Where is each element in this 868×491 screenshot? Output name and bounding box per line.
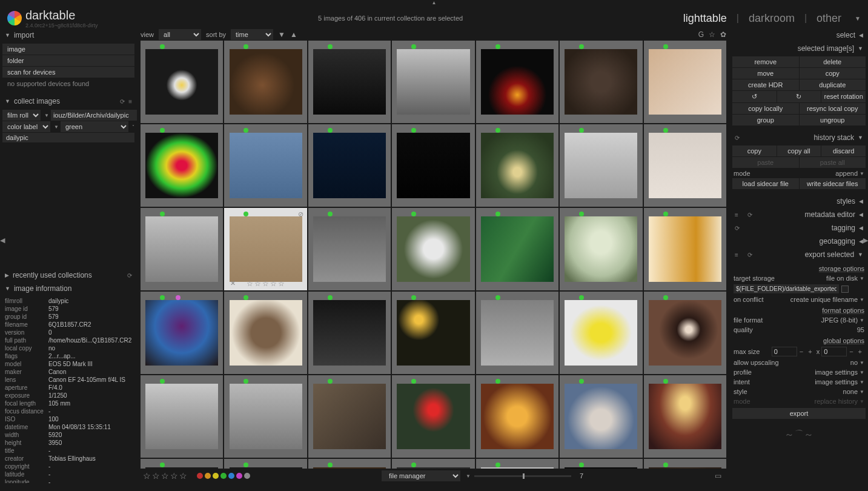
- layout-combo[interactable]: file manager: [382, 470, 460, 481]
- max-h-input[interactable]: [821, 347, 847, 356]
- thumbnail-cell[interactable]: [224, 124, 306, 207]
- thumbnail-cell[interactable]: [476, 375, 558, 458]
- export-path-browse[interactable]: [841, 286, 849, 293]
- star-1[interactable]: ☆: [143, 471, 151, 481]
- hist-mode-value[interactable]: append: [835, 170, 858, 177]
- thumb-star[interactable]: ☆: [254, 279, 261, 288]
- thumb-star[interactable]: ☆: [270, 279, 277, 288]
- rotate-ccw-button[interactable]: ↺: [732, 91, 777, 102]
- thumbnail-cell[interactable]: [308, 124, 391, 207]
- thumbnail-cell[interactable]: [308, 459, 391, 469]
- thumbnail-cell[interactable]: [224, 292, 306, 374]
- hist-paste-button[interactable]: paste: [732, 157, 799, 168]
- select-header[interactable]: select◀: [731, 28, 867, 42]
- thumbnail-cell[interactable]: [224, 375, 306, 458]
- duplicate-button[interactable]: duplicate: [800, 79, 866, 90]
- max-w-input[interactable]: [772, 347, 797, 356]
- mode-darkroom[interactable]: darkroom: [749, 12, 795, 25]
- h-plus[interactable]: +: [856, 348, 864, 355]
- target-storage-value[interactable]: file on disk: [826, 275, 858, 282]
- thumbnail-cell[interactable]: [392, 208, 474, 290]
- hist-copyall-button[interactable]: copy all: [777, 145, 821, 156]
- history-header[interactable]: ⟳ history stack▼: [731, 131, 867, 144]
- thumbnail-cell[interactable]: [476, 208, 558, 290]
- thumbnail-cell[interactable]: [141, 292, 223, 374]
- thumbnail-cell[interactable]: [308, 208, 391, 290]
- geotagging-header[interactable]: geotagging◀: [731, 235, 867, 248]
- thumbnail-cell[interactable]: [141, 124, 223, 207]
- write-sidecar-button[interactable]: write sidecar files: [800, 178, 866, 189]
- color-label-6[interactable]: [244, 473, 250, 479]
- import-image[interactable]: image: [2, 44, 134, 55]
- thumbnail-cell[interactable]: [141, 208, 223, 290]
- hist-discard-button[interactable]: discard: [821, 145, 866, 156]
- right-collapse-icon[interactable]: ▶: [863, 236, 868, 246]
- reset-rotation-button[interactable]: reset rotation: [821, 91, 866, 102]
- color-label-5[interactable]: [236, 473, 242, 479]
- star-5[interactable]: ☆: [179, 471, 187, 481]
- ungroup-button[interactable]: ungroup: [800, 115, 866, 125]
- thumbnail-cell[interactable]: [476, 459, 558, 469]
- thumb-star[interactable]: ☆: [262, 279, 269, 288]
- group-button[interactable]: group: [732, 115, 799, 125]
- left-collapse-icon[interactable]: ◀: [0, 236, 5, 246]
- collect-path-tag[interactable]: dailypic: [2, 133, 134, 142]
- thumbnail-cell[interactable]: [644, 459, 726, 469]
- thumb-star[interactable]: ☆: [278, 279, 285, 288]
- collect-reset-icon[interactable]: ⟳: [120, 98, 125, 105]
- copy-button[interactable]: copy: [800, 68, 866, 79]
- thumb-star[interactable]: ☆: [247, 279, 253, 288]
- create-hdr-button[interactable]: create HDR: [732, 79, 799, 90]
- recent-header[interactable]: ▶recently used collections ⟳: [1, 269, 136, 282]
- top-collapse-arrow[interactable]: ▲: [0, 0, 868, 5]
- sort-dir-up-icon[interactable]: ▲: [290, 30, 297, 39]
- conflict-value[interactable]: create unique filename: [790, 296, 858, 303]
- thumbnail-cell[interactable]: [560, 208, 642, 290]
- export-button[interactable]: export: [732, 408, 866, 419]
- thumbnail-cell[interactable]: [224, 41, 306, 123]
- thumbnail-cell[interactable]: [644, 208, 726, 290]
- collect-preset-icon[interactable]: ≡: [128, 98, 132, 105]
- info-header[interactable]: ▼image information: [1, 282, 136, 295]
- mode-lighttable[interactable]: lighttable: [683, 12, 727, 25]
- thumbnail-cell[interactable]: [560, 375, 642, 458]
- collect-rule-val-1[interactable]: green: [61, 121, 128, 132]
- thumbnail-cell[interactable]: [141, 459, 223, 469]
- settings-gear-icon[interactable]: ✿: [720, 30, 726, 39]
- upscaling-value[interactable]: no: [850, 359, 858, 366]
- thumbnail-cell[interactable]: [644, 41, 726, 123]
- profile-value[interactable]: image settings: [815, 369, 858, 376]
- thumbnail-cell[interactable]: [392, 124, 474, 207]
- thumbnail-cell[interactable]: [141, 41, 223, 123]
- thumbnail-cell[interactable]: [560, 124, 642, 207]
- thumbnail-cell[interactable]: [644, 292, 726, 374]
- mode-other[interactable]: other: [817, 12, 841, 25]
- group-icon[interactable]: ⊘: [298, 210, 303, 218]
- group-icon[interactable]: G: [698, 30, 704, 39]
- thumbnail-cell[interactable]: [560, 292, 642, 374]
- import-folder[interactable]: folder: [2, 55, 134, 66]
- copy-locally-button[interactable]: copy locally: [732, 103, 799, 114]
- remove-button[interactable]: remove: [732, 56, 799, 67]
- hist-pasteall-button[interactable]: paste all: [800, 157, 866, 168]
- thumbnail-cell[interactable]: [224, 459, 306, 469]
- recent-preset-icon[interactable]: ⟳: [127, 272, 132, 279]
- mode-expand-icon[interactable]: ▼: [855, 15, 861, 22]
- sort-dir-icon[interactable]: ▼: [278, 30, 285, 39]
- thumbnail-cell[interactable]: [644, 124, 726, 207]
- thumbnail-cell[interactable]: [308, 375, 391, 458]
- tagging-header[interactable]: ⟳tagging◀: [731, 221, 867, 235]
- history-reset-icon[interactable]: ⟳: [735, 135, 740, 141]
- thumbnail-cell[interactable]: ⊘✕☆☆☆☆☆: [224, 208, 306, 290]
- quality-value[interactable]: 95: [857, 326, 864, 333]
- collect-rule-by-1[interactable]: color label: [2, 121, 50, 132]
- export-header[interactable]: ≡ ⟳ export selected▼: [731, 248, 867, 261]
- thumbnail-cell[interactable]: [308, 41, 391, 123]
- thumbnail-cell[interactable]: [308, 292, 391, 374]
- collect-rule-by-0[interactable]: film roll: [2, 110, 41, 121]
- sort-combo[interactable]: time: [231, 29, 273, 40]
- move-button[interactable]: move: [732, 68, 799, 79]
- color-label-0[interactable]: [197, 473, 203, 479]
- color-label-4[interactable]: [228, 473, 234, 479]
- file-format-value[interactable]: JPEG (8-bit): [821, 316, 858, 324]
